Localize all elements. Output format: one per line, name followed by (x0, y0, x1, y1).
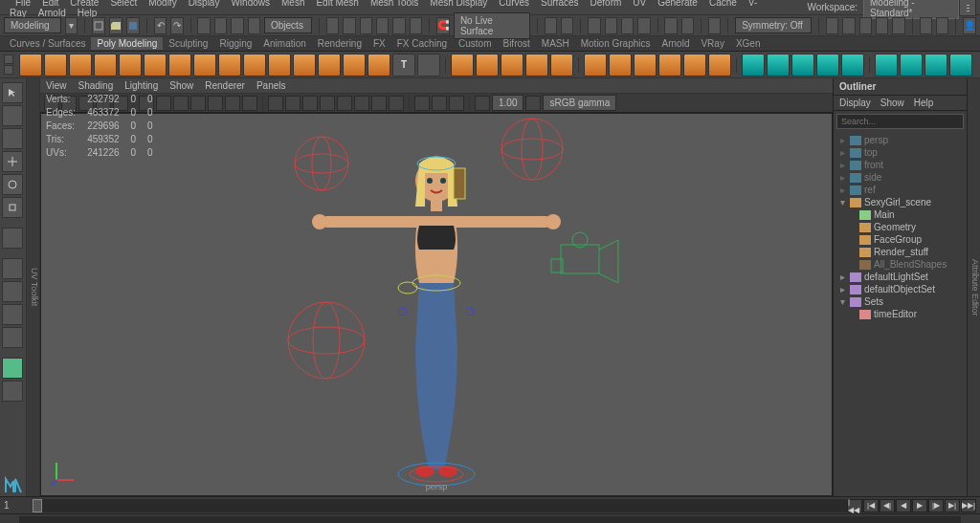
paint-select-tool[interactable] (2, 128, 23, 149)
menu-uv[interactable]: UV (627, 0, 652, 8)
menu-deform[interactable]: Deform (585, 0, 628, 8)
shelf-poly-cone[interactable] (94, 54, 117, 76)
shelf-multicut[interactable] (742, 54, 765, 76)
shelf-helix[interactable] (293, 54, 316, 76)
vp-res-gate-icon[interactable] (173, 96, 189, 111)
menu-modify[interactable]: Modify (143, 0, 182, 8)
attribute-editor-tab[interactable]: Attribute Editor (967, 78, 980, 496)
account-icon[interactable]: 👤 (963, 17, 976, 34)
shelf-tab-rigging[interactable]: Rigging (213, 37, 257, 50)
step-back-key-icon[interactable]: |◀ (863, 499, 879, 512)
menu-edit-mesh[interactable]: Edit Mesh (310, 0, 364, 8)
snap-point-icon[interactable] (360, 17, 372, 34)
render-view-icon[interactable] (637, 17, 650, 34)
range-slider[interactable] (0, 513, 980, 523)
playback-b-icon[interactable] (936, 17, 948, 34)
shelf-slide-edge[interactable] (924, 54, 947, 76)
menu-surfaces[interactable]: Surfaces (535, 0, 584, 8)
menu-cache[interactable]: Cache (703, 0, 743, 8)
mode-selector[interactable]: Modeling (4, 17, 61, 33)
move-tool[interactable] (2, 151, 23, 172)
go-start-icon[interactable]: |◀◀ (847, 499, 862, 512)
menu-edit[interactable]: Edit (36, 0, 64, 8)
open-scene-icon[interactable] (109, 17, 122, 34)
shelf-svg[interactable] (417, 54, 440, 76)
menu-curves[interactable]: Curves (493, 0, 535, 8)
shelf-tab-fx[interactable]: FX (368, 37, 391, 50)
vp-exposure-icon[interactable] (475, 96, 490, 111)
uv-toolkit-tab[interactable]: UV Toolkit (27, 78, 40, 496)
layout-two-side[interactable] (2, 304, 23, 325)
shelf-smooth[interactable] (501, 54, 523, 76)
toolbox-d-icon[interactable] (892, 17, 904, 34)
shelf-separate[interactable] (476, 54, 499, 76)
shelf-prism[interactable] (243, 54, 266, 76)
go-end-icon[interactable]: ▶▶| (961, 499, 976, 512)
shelf-poly-cube[interactable] (44, 54, 67, 76)
live-surface-field[interactable]: No Live Surface (454, 12, 530, 39)
menu-select[interactable]: Select (104, 0, 143, 8)
outliner-tree[interactable]: ▸persp▸top▸front▸side▸ref▾SexyGirl_scene… (834, 132, 967, 496)
shelf-poly-torus[interactable] (119, 54, 142, 76)
last-tool[interactable] (2, 228, 23, 249)
render-setup-icon[interactable] (681, 17, 694, 34)
outliner-item-timeeditor[interactable]: timeEditor (835, 308, 965, 320)
live-surface-icon[interactable]: 🧲 (436, 17, 450, 34)
sel-face-icon[interactable] (231, 17, 243, 34)
vp-menu-renderer[interactable]: Renderer (205, 80, 245, 91)
play-back-icon[interactable]: ◀ (896, 499, 911, 512)
vp-xray-joints-icon[interactable] (449, 96, 464, 111)
vp-menu-panels[interactable]: Panels (256, 80, 286, 91)
snap-grid-icon[interactable] (326, 17, 339, 34)
vp-gamma-value[interactable]: 1.00 (492, 95, 523, 111)
time-slider[interactable]: 1 |◀◀ |◀ ◀| ◀ ▶ |▶ ▶| ▶▶| (0, 496, 980, 513)
outliner-item-all_blendshapes[interactable]: All_BlendShapes (835, 258, 965, 271)
toolbox-c-icon[interactable] (876, 17, 888, 34)
outliner-item-defaultlightset[interactable]: ▸defaultLightSet (835, 271, 965, 283)
outliner-item-top[interactable]: ▸top (835, 146, 965, 159)
layout-persp[interactable] (2, 358, 23, 379)
hypershade-icon[interactable] (708, 17, 721, 34)
outliner-item-front[interactable]: ▸front (835, 159, 965, 171)
lasso-tool[interactable] (2, 105, 23, 126)
shelf-connect[interactable] (791, 54, 814, 76)
vp-shadows-icon[interactable] (337, 96, 352, 111)
shelf-poly-cylinder[interactable] (69, 54, 92, 76)
menu-display[interactable]: Display (183, 0, 226, 8)
shelf-pipe[interactable] (268, 54, 291, 76)
snap-plane-icon[interactable] (376, 17, 389, 34)
render-icon[interactable] (588, 17, 600, 34)
vp-shaded-icon[interactable] (285, 96, 301, 111)
save-scene-icon[interactable] (126, 17, 140, 34)
vp-lights-icon[interactable] (320, 96, 335, 111)
menu-mesh-tools[interactable]: Mesh Tools (365, 0, 424, 8)
xgen-icon[interactable] (826, 17, 838, 34)
shelf-tab-fx-caching[interactable]: FX Caching (391, 37, 453, 50)
layout-single[interactable] (2, 258, 23, 279)
layout-two-stack[interactable] (2, 327, 23, 348)
ipr-icon[interactable] (605, 17, 617, 34)
vp-aa-icon[interactable] (371, 96, 387, 111)
sel-edge-icon[interactable] (214, 17, 227, 34)
menu-create[interactable]: Create (64, 0, 104, 8)
shelf-target-weld[interactable] (767, 54, 790, 76)
step-fwd-key-icon[interactable]: ▶| (945, 499, 960, 512)
shelf-superellipse[interactable] (368, 54, 390, 76)
shelf-boolean[interactable] (525, 54, 548, 76)
vp-motion-blur-icon[interactable] (389, 96, 404, 111)
outliner-item-defaultobjectset[interactable]: ▸defaultObjectSet (835, 283, 965, 295)
shelf-tab-xgen[interactable]: XGen (730, 37, 767, 50)
shelf-spin-edge[interactable] (900, 54, 923, 76)
shelf-poly-disc[interactable] (168, 54, 191, 76)
menu-file[interactable]: File (10, 0, 36, 8)
undo-icon[interactable]: ↶ (154, 17, 167, 34)
outliner-menu-display[interactable]: Display (839, 98, 871, 108)
shelf-tab-bifrost[interactable]: Bifrost (497, 37, 535, 50)
shelf-crease[interactable] (949, 54, 972, 76)
vp-gamma-mode[interactable]: sRGB gamma (543, 95, 616, 111)
snap-view-icon[interactable] (410, 17, 422, 34)
shelf-bridge[interactable] (609, 54, 632, 76)
play-fwd-icon[interactable]: ▶ (912, 499, 927, 512)
sel-vertex-icon[interactable] (197, 17, 210, 34)
shelf-gear-icon[interactable] (4, 65, 13, 75)
